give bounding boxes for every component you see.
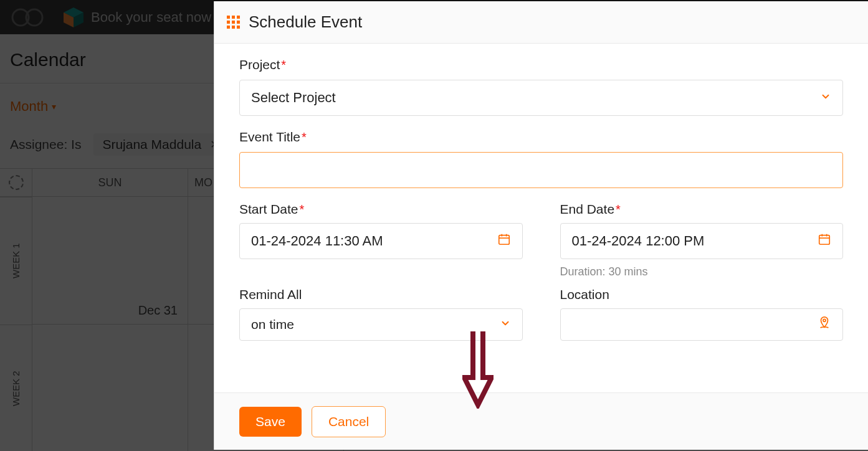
svg-point-13 <box>823 319 826 321</box>
event-title-input[interactable] <box>239 152 843 188</box>
remind-select[interactable]: on time <box>239 308 523 341</box>
remind-value: on time <box>251 317 294 332</box>
start-date-input[interactable]: 01-24-2024 11:30 AM <box>239 223 523 259</box>
day-header-sun: SUN <box>32 169 188 196</box>
date-row: Start Date* 01-24-2024 11:30 AM End Date… <box>239 202 843 278</box>
field-event-title: Event Title* <box>239 130 843 188</box>
remind-location-row: Remind All on time Location <box>239 287 843 341</box>
filter-chip-value: Srujana Maddula <box>102 137 201 152</box>
filter-chip[interactable]: Srujana Maddula ✕ <box>93 133 228 156</box>
field-start-date: Start Date* 01-24-2024 11:30 AM <box>239 202 523 278</box>
filter-label: Assignee: Is <box>10 137 81 152</box>
duration-note: Duration: 30 mins <box>560 265 844 278</box>
panel-title: Schedule Event <box>249 12 362 32</box>
grid-corner[interactable] <box>0 169 32 196</box>
view-label: Month <box>10 98 48 115</box>
location-input[interactable] <box>560 308 844 341</box>
panel-footer: Save Cancel <box>214 392 868 450</box>
field-location: Location <box>560 287 844 341</box>
banner-text: Book your seat now <box>91 9 211 26</box>
location-label: Location <box>560 287 844 302</box>
date-label: Dec 31 <box>138 303 178 318</box>
project-select[interactable]: Select Project <box>239 80 843 116</box>
day-cell[interactable]: Dec 31 <box>32 197 188 325</box>
location-icon <box>818 316 831 333</box>
svg-rect-9 <box>819 235 830 245</box>
start-date-value: 01-24-2024 11:30 AM <box>251 233 383 249</box>
chevron-down-icon <box>820 90 831 106</box>
week-label: WEEK 2 <box>0 325 32 451</box>
banner-logo-icon <box>62 6 85 29</box>
cancel-button[interactable]: Cancel <box>312 406 386 437</box>
field-end-date: End Date* 01-24-2024 12:00 PM Duration: … <box>560 202 844 278</box>
remind-label: Remind All <box>239 287 523 302</box>
end-date-label: End Date* <box>560 202 844 217</box>
project-label: Project* <box>239 57 843 72</box>
apps-grid-icon[interactable] <box>227 16 240 29</box>
week-label: WEEK 1 <box>0 197 32 325</box>
project-select-placeholder: Select Project <box>251 90 336 106</box>
chevron-down-icon <box>500 316 511 333</box>
panel-body: Project* Select Project Event Title* Sta… <box>214 44 868 392</box>
chevron-down-icon: ▾ <box>52 102 56 112</box>
save-button[interactable]: Save <box>239 407 302 437</box>
day-column: Dec 31 <box>32 197 188 451</box>
svg-rect-5 <box>498 235 509 245</box>
panel-header: Schedule Event <box>214 1 868 44</box>
week-number-column: WEEK 1 WEEK 2 <box>0 197 32 451</box>
gear-icon <box>9 175 24 190</box>
event-title-label: Event Title* <box>239 130 843 145</box>
calendar-icon <box>818 232 831 250</box>
end-date-value: 01-24-2024 12:00 PM <box>572 233 705 249</box>
field-remind: Remind All on time <box>239 287 523 341</box>
day-cell[interactable] <box>32 325 188 451</box>
brand-logo-icon <box>11 6 44 29</box>
start-date-label: Start Date* <box>239 202 523 217</box>
calendar-icon <box>497 232 511 250</box>
schedule-event-panel: Schedule Event Project* Select Project E… <box>214 1 868 450</box>
end-date-input[interactable]: 01-24-2024 12:00 PM <box>560 223 844 259</box>
field-project: Project* Select Project <box>239 57 843 116</box>
